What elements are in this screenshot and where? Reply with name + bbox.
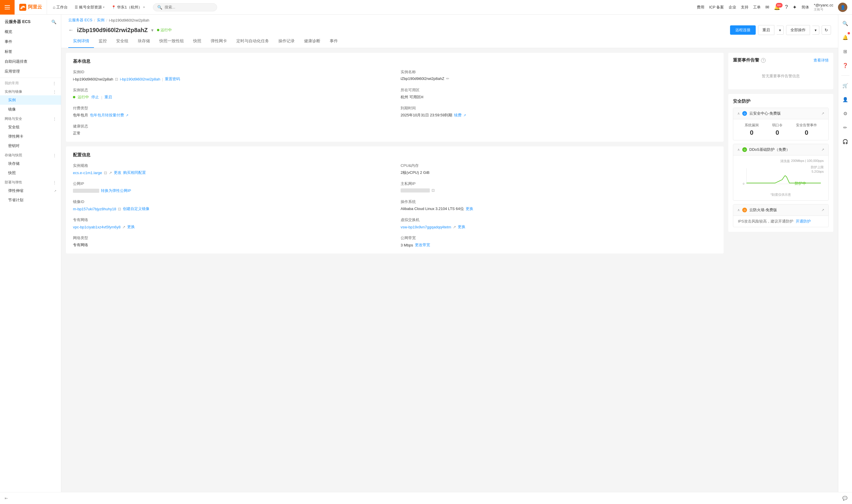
cloud-security-header[interactable]: ∧ ⊙ 云安全中心-免费版 ↗ xyxy=(733,108,828,119)
sidebar-item-snapshots[interactable]: 快照 xyxy=(0,168,61,178)
view-details-link[interactable]: 查看详情 xyxy=(814,58,829,63)
tab-monitoring[interactable]: 监控 xyxy=(94,35,111,48)
search-bar[interactable]: 🔍 xyxy=(153,3,217,11)
restart-button[interactable]: 重启 xyxy=(758,25,775,35)
breadcrumb-instances[interactable]: 实例 xyxy=(97,18,104,23)
spec-copy-icon[interactable]: ⊡ xyxy=(104,170,107,175)
right-sidebar-help[interactable]: ❓ xyxy=(840,60,851,71)
convert-ip-link[interactable]: 转换为弹性公网IP xyxy=(101,188,131,193)
sidebar-item-tags[interactable]: 标签 xyxy=(0,47,61,57)
tab-security-group[interactable]: 安全组 xyxy=(111,35,133,48)
refresh-button[interactable]: ↻ xyxy=(822,25,831,35)
sidebar-item-troubleshoot[interactable]: 自助问题排查 xyxy=(0,57,61,67)
renew-link[interactable]: 续费 xyxy=(454,112,462,118)
sidebar-item-instances[interactable]: 实例 xyxy=(0,95,61,105)
remote-connect-button[interactable]: 远程连接 xyxy=(730,25,756,35)
firewall-external-icon[interactable]: ↗ xyxy=(821,208,824,212)
user-avatar[interactable]: 👤 xyxy=(838,3,847,12)
nav-account-resources[interactable]: ☰ 账号全部资源 ▾ xyxy=(71,0,108,14)
help-icon[interactable]: ? xyxy=(785,4,788,10)
vswitch-external-icon[interactable]: ↗ xyxy=(453,225,456,229)
nav-icp[interactable]: ICP 备案 xyxy=(709,5,724,10)
right-sidebar-cart[interactable]: 🛒 xyxy=(840,80,851,91)
sidebar-item-events[interactable]: 事件 xyxy=(0,37,61,47)
title-dropdown-icon[interactable]: ▾ xyxy=(151,28,154,33)
right-sidebar-table[interactable]: ⊞ xyxy=(840,46,851,57)
nav-region[interactable]: 📍 华东1（杭州） ▾ xyxy=(108,0,148,14)
tab-instance-details[interactable]: 实例详情 xyxy=(68,35,94,48)
star-icon[interactable]: ✦ xyxy=(793,4,797,11)
cloud-security-external-icon[interactable]: ↗ xyxy=(821,111,824,115)
section-header-storage[interactable]: 存储与快照 ⋮ xyxy=(0,150,61,159)
right-sidebar-settings[interactable]: ⚙ xyxy=(840,108,851,119)
sidebar-item-overview[interactable]: 概览 xyxy=(0,27,61,37)
back-button[interactable]: ← xyxy=(68,27,73,33)
tab-block-storage[interactable]: 块存储 xyxy=(133,35,155,48)
os-change-link[interactable]: 更换 xyxy=(466,206,473,212)
breadcrumb-ecs[interactable]: 云服务器 ECS xyxy=(68,18,92,23)
open-protection-link[interactable]: 开通防护 xyxy=(796,219,811,224)
vswitch-change-link[interactable]: 更换 xyxy=(458,224,465,230)
ddos-header[interactable]: ∧ ⊙ DDoS基础防护（免费） ↗ xyxy=(733,144,828,156)
right-sidebar-user[interactable]: 👤 xyxy=(840,94,851,105)
events-help-icon[interactable]: ? xyxy=(761,58,766,63)
sidebar-search-icon[interactable]: 🔍 xyxy=(51,20,56,24)
sidebar-item-key-pairs[interactable]: 密钥对 xyxy=(0,141,61,150)
my-common-more-icon[interactable]: ⋮ xyxy=(52,81,56,86)
vpc-change-link[interactable]: 更换 xyxy=(127,224,135,230)
tab-snapshot-consistency[interactable]: 快照一致性组 xyxy=(155,35,189,48)
nav-ticket[interactable]: 工单 xyxy=(753,5,761,10)
nav-enterprise[interactable]: 企业 xyxy=(729,5,736,10)
right-sidebar-edit[interactable]: ✏ xyxy=(840,122,851,133)
private-ip-copy-icon[interactable]: ⊡ xyxy=(431,188,435,193)
stop-link[interactable]: 停止 xyxy=(91,94,99,100)
sidebar-item-block-storage[interactable]: 块存储 xyxy=(0,159,61,168)
sidebar-item-saving-plan[interactable]: 节省计划 xyxy=(0,195,61,205)
tab-operation-records[interactable]: 操作记录 xyxy=(274,35,299,48)
sidebar-item-images[interactable]: 镜像 xyxy=(0,105,61,114)
spec-buy-link[interactable]: 购买相同配置 xyxy=(123,170,146,175)
all-operations-button[interactable]: 全部操作 xyxy=(786,25,810,35)
spec-change-link[interactable]: 更改 xyxy=(114,170,121,175)
instance-id-copy-icon[interactable]: ⊡ xyxy=(115,77,118,82)
reset-password-link[interactable]: 重置密码 xyxy=(165,76,180,82)
nav-workbench[interactable]: ⌂ 工作台 xyxy=(49,0,71,14)
spec-link[interactable]: ecs.e-c1m1.large xyxy=(73,170,102,175)
section-header-deploy[interactable]: 部署与弹性 ⋮ xyxy=(0,178,61,186)
nav-support[interactable]: 支持 xyxy=(741,5,748,10)
user-info[interactable]: *@ryanc.cc 主账号 xyxy=(814,3,833,12)
tab-health-diagnosis[interactable]: 健康诊断 xyxy=(299,35,325,48)
bandwidth-change-link[interactable]: 更改带宽 xyxy=(415,242,430,248)
ddos-external-icon[interactable]: ↗ xyxy=(821,148,824,152)
sidebar-item-auto-scaling[interactable]: 弹性伸缩 ↗ xyxy=(0,186,61,195)
sidebar-item-elastic-nic[interactable]: 弹性网卡 xyxy=(0,132,61,141)
image-id-link[interactable]: m-bp157uki7bjyz8huhy18 xyxy=(73,207,116,211)
search-input[interactable] xyxy=(164,5,211,9)
firewall-header[interactable]: ∧ ⊙ 云防火墙-免费版 ↗ xyxy=(733,204,828,216)
right-sidebar-search[interactable]: 🔍 xyxy=(840,18,851,29)
section-header-network[interactable]: 网络与安全 ⋮ xyxy=(0,114,61,123)
tab-scheduled-tasks[interactable]: 定时与自动化任务 xyxy=(232,35,274,48)
all-operations-dropdown-button[interactable]: ▾ xyxy=(812,26,819,35)
tab-events[interactable]: 事件 xyxy=(325,35,342,48)
image-id-copy-icon[interactable]: ⊡ xyxy=(118,207,121,211)
section-header-instance-image[interactable]: 实例与镜像 ⋮ xyxy=(0,87,61,95)
restart-link[interactable]: 重启 xyxy=(104,94,112,100)
sidebar-item-app-mgmt[interactable]: 应用管理 xyxy=(0,67,61,76)
tab-elastic-nic[interactable]: 弹性网卡 xyxy=(206,35,232,48)
sidebar-item-security-groups[interactable]: 安全组 xyxy=(0,123,61,132)
right-sidebar-notification[interactable]: 🔔 xyxy=(840,32,851,42)
billing-change-link[interactable]: 包年包月转按量付费 xyxy=(90,112,124,118)
create-image-link[interactable]: 创建自定义镜像 xyxy=(123,206,149,212)
nav-mail-icon[interactable]: ✉ xyxy=(765,4,769,10)
notification-area[interactable]: 🔔 99+ xyxy=(774,4,780,11)
right-sidebar-headset[interactable]: 🎧 xyxy=(840,136,851,147)
sidebar-collapse-icon[interactable]: ⇤ xyxy=(5,496,8,501)
restart-dropdown-button[interactable]: ▾ xyxy=(777,26,784,35)
vpc-link[interactable]: vpc-bp1ciyab1xz4vt5fym6y8 xyxy=(73,225,121,229)
nav-lang[interactable]: 简体 xyxy=(801,5,809,10)
spec-external-icon[interactable]: ↗ xyxy=(109,170,112,175)
hamburger-menu[interactable] xyxy=(0,0,15,15)
vswitch-link[interactable]: vsw-bp19x9vn7ggqadqq4tetm xyxy=(401,225,451,229)
tab-snapshots[interactable]: 快照 xyxy=(189,35,206,48)
